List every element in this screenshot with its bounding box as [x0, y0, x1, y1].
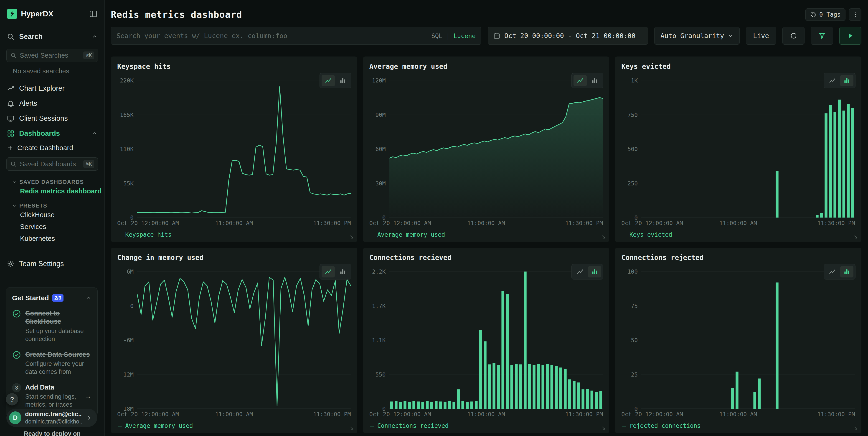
page-title: Redis metrics dashboard: [111, 9, 242, 20]
chevron-right-icon: [86, 414, 92, 421]
chart-panel: Change in memory used -18M-12M-6M06M Oct…: [111, 248, 357, 433]
line-chart-icon[interactable]: [826, 75, 839, 86]
line-chart-icon[interactable]: [321, 75, 335, 86]
resize-handle-icon[interactable]: [853, 234, 859, 240]
get-started-step-3[interactable]: 3 Add Data Start sending logs, metrics, …: [12, 383, 92, 409]
more-menu-button[interactable]: [849, 8, 861, 21]
arrow-right-icon[interactable]: →: [84, 392, 92, 400]
resize-handle-icon[interactable]: [349, 425, 354, 431]
filter-button[interactable]: [811, 27, 833, 45]
chart-title: Connections rejected: [621, 254, 855, 262]
bar-chart-icon[interactable]: [840, 266, 854, 278]
sidebar-item-dashboards[interactable]: Dashboards: [0, 126, 104, 141]
resize-handle-icon[interactable]: [600, 234, 607, 240]
filter-funnel-icon: [818, 32, 826, 39]
chart-explorer-label: Chart Explorer: [19, 84, 65, 92]
plot-area: [137, 80, 351, 217]
y-axis: 05501.1K1.7K2.2K: [369, 271, 390, 409]
x-axis: Oct 20 12:00:00 AM11:00:00 AM11:30:00 PM: [369, 411, 603, 419]
dashboards-label: Dashboards: [19, 129, 60, 138]
event-search-input[interactable]: [117, 32, 427, 40]
sidebar-item-alerts[interactable]: Alerts: [0, 96, 104, 111]
search-icon: [10, 52, 17, 59]
create-dashboard-button[interactable]: Create Dashboard: [0, 141, 104, 155]
sidebar-item-client-sessions[interactable]: Client Sessions: [0, 111, 104, 126]
user-email: dominic.tran@clickho...: [25, 418, 82, 425]
bar-chart-icon[interactable]: [588, 266, 601, 278]
sidebar-collapse-icon[interactable]: [89, 9, 98, 18]
chart-type-toggle[interactable]: [319, 264, 351, 280]
sidebar-item-services[interactable]: Services: [0, 221, 104, 233]
chart-legend: — rejected connections: [621, 422, 855, 429]
sidebar-item-search[interactable]: Search: [0, 29, 104, 44]
sidebar-item-clickhouse[interactable]: ClickHouse: [0, 209, 104, 221]
chevron-up-icon[interactable]: [86, 295, 92, 301]
check-circle-icon: [12, 309, 21, 318]
plot-area: [390, 80, 603, 217]
avatar: D: [9, 411, 21, 424]
chart-type-toggle[interactable]: [319, 73, 351, 88]
bar-chart-icon[interactable]: [840, 75, 854, 86]
hyperdx-logo-icon: [7, 9, 17, 19]
line-chart-icon[interactable]: [321, 266, 335, 278]
date-range-picker[interactable]: Oct 20 00:00:00 - Oct 21 00:00:00: [488, 27, 648, 45]
sidebar-item-redis-dashboard[interactable]: Redis metrics dashboard: [0, 185, 104, 197]
saved-searches-input-wrap[interactable]: ⌘K: [6, 49, 98, 62]
chart-type-toggle[interactable]: [571, 264, 603, 280]
line-chart-icon[interactable]: [574, 75, 587, 86]
logo-row: HyperDX: [0, 0, 104, 19]
chart-legend: — Connections recieved: [369, 422, 603, 429]
granularity-select[interactable]: Auto Granularity: [654, 27, 740, 45]
sidebar-item-team-settings[interactable]: Team Settings: [0, 256, 104, 271]
sidebar-item-chart-explorer[interactable]: Chart Explorer: [0, 81, 104, 96]
chart-type-toggle[interactable]: [571, 73, 603, 88]
alerts-label: Alerts: [19, 99, 37, 108]
get-started-card: Get Started 2/3 Connect to ClickHouse Se…: [6, 288, 98, 416]
chart-panel: Connections recieved 05501.1K1.7K2.2K Oc…: [363, 248, 610, 433]
saved-searches-input[interactable]: [20, 52, 80, 59]
lucene-mode-toggle[interactable]: Lucene: [453, 32, 476, 39]
help-button[interactable]: ?: [6, 393, 18, 405]
bar-chart-icon[interactable]: [588, 75, 601, 86]
clickhouse-cloud-teaser: Ready to deploy on ClickHouse Cloud?: [0, 430, 104, 436]
resize-handle-icon[interactable]: [600, 425, 607, 431]
progress-badge: 2/3: [52, 294, 64, 301]
chart-title: Change in memory used: [117, 254, 351, 262]
presets-group[interactable]: PRESETS: [0, 203, 104, 209]
resize-handle-icon[interactable]: [349, 234, 354, 240]
get-started-step-1[interactable]: Connect to ClickHouse Set up your databa…: [12, 309, 92, 343]
chart-type-toggle[interactable]: [824, 264, 856, 280]
resize-handle-icon[interactable]: [853, 425, 859, 431]
main-content: Redis metrics dashboard 0 Tags SQL | Luc…: [105, 0, 868, 436]
chart-explorer-icon: [7, 85, 14, 92]
sql-mode-toggle[interactable]: SQL: [431, 32, 442, 39]
chevron-down-icon: [727, 33, 734, 39]
chart-type-toggle[interactable]: [824, 73, 856, 88]
event-search-box[interactable]: SQL | Lucene: [111, 27, 481, 45]
kebab-menu-icon: [852, 11, 858, 18]
user-menu[interactable]: D dominic.tran@clic... dominic.tran@clic…: [6, 409, 97, 427]
tags-button[interactable]: 0 Tags: [805, 8, 845, 21]
monitor-icon: [7, 115, 14, 122]
saved-dashboards-input-wrap[interactable]: ⌘K: [6, 157, 98, 171]
sidebar-item-kubernetes[interactable]: Kubernetes: [0, 233, 104, 244]
bar-chart-icon[interactable]: [336, 266, 349, 278]
bar-chart-icon[interactable]: [336, 75, 349, 86]
get-started-header[interactable]: Get Started 2/3: [12, 294, 92, 302]
no-saved-searches-note: No saved searches: [0, 62, 104, 75]
get-started-step-2[interactable]: Create Data Sources Configure where your…: [12, 350, 92, 376]
line-chart-icon[interactable]: [826, 266, 839, 278]
x-axis: Oct 20 12:00:00 AM11:00:00 AM11:30:00 PM: [117, 411, 351, 419]
check-circle-icon: [12, 350, 21, 359]
chevron-up-icon[interactable]: [92, 34, 98, 40]
refresh-button[interactable]: [782, 27, 805, 45]
shortcut-badge: ⌘K: [83, 52, 94, 59]
bell-icon: [7, 99, 14, 107]
saved-dashboards-group[interactable]: SAVED DASHBOARDS: [0, 179, 104, 185]
live-button[interactable]: Live: [746, 27, 776, 45]
run-query-button[interactable]: [839, 27, 861, 45]
chevron-up-icon[interactable]: [92, 130, 98, 137]
line-chart-icon[interactable]: [574, 266, 587, 278]
saved-dashboards-input[interactable]: [20, 161, 80, 168]
y-axis: -18M-12M-6M06M: [117, 271, 137, 409]
